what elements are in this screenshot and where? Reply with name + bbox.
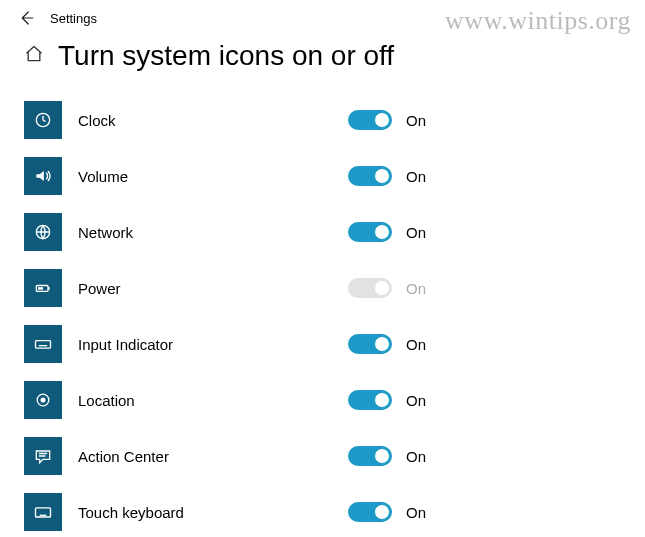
state-power: On <box>406 280 426 297</box>
titlebar: Settings <box>0 0 645 36</box>
arrow-left-icon <box>17 9 35 27</box>
label-network: Network <box>78 224 348 241</box>
row-network: Network On <box>24 204 621 260</box>
toggle-touch-keyboard[interactable] <box>348 502 392 522</box>
svg-rect-3 <box>48 287 50 290</box>
power-icon <box>24 269 62 307</box>
toggle-power <box>348 278 392 298</box>
svg-rect-5 <box>36 341 51 349</box>
label-clock: Clock <box>78 112 348 129</box>
home-icon[interactable] <box>24 44 44 69</box>
state-touch-keyboard: On <box>406 504 426 521</box>
app-title: Settings <box>50 11 97 26</box>
row-power: Power On <box>24 260 621 316</box>
input-indicator-icon <box>24 325 62 363</box>
row-volume: Volume On <box>24 148 621 204</box>
volume-icon <box>24 157 62 195</box>
row-clock: Clock On <box>24 92 621 148</box>
state-action-center: On <box>406 448 426 465</box>
network-icon <box>24 213 62 251</box>
state-volume: On <box>406 168 426 185</box>
action-center-icon <box>24 437 62 475</box>
svg-point-7 <box>41 398 46 403</box>
row-location: Location On <box>24 372 621 428</box>
label-action-center: Action Center <box>78 448 348 465</box>
svg-rect-4 <box>38 287 43 290</box>
clock-icon <box>24 101 62 139</box>
toggle-location[interactable] <box>348 390 392 410</box>
content-area: Turn system icons on or off Clock On Vol… <box>0 36 645 537</box>
label-touch-keyboard: Touch keyboard <box>78 504 348 521</box>
heading-row: Turn system icons on or off <box>24 40 621 72</box>
label-input-indicator: Input Indicator <box>78 336 348 353</box>
label-power: Power <box>78 280 348 297</box>
location-icon <box>24 381 62 419</box>
label-volume: Volume <box>78 168 348 185</box>
state-location: On <box>406 392 426 409</box>
state-network: On <box>406 224 426 241</box>
row-action-center: Action Center On <box>24 428 621 484</box>
toggle-clock[interactable] <box>348 110 392 130</box>
toggle-action-center[interactable] <box>348 446 392 466</box>
label-location: Location <box>78 392 348 409</box>
toggle-volume[interactable] <box>348 166 392 186</box>
state-clock: On <box>406 112 426 129</box>
state-input-indicator: On <box>406 336 426 353</box>
back-button[interactable] <box>8 0 44 36</box>
page-title: Turn system icons on or off <box>58 40 394 72</box>
toggle-network[interactable] <box>348 222 392 242</box>
touch-keyboard-icon <box>24 493 62 531</box>
row-input-indicator: Input Indicator On <box>24 316 621 372</box>
toggle-input-indicator[interactable] <box>348 334 392 354</box>
row-touch-keyboard: Touch keyboard On <box>24 484 621 537</box>
